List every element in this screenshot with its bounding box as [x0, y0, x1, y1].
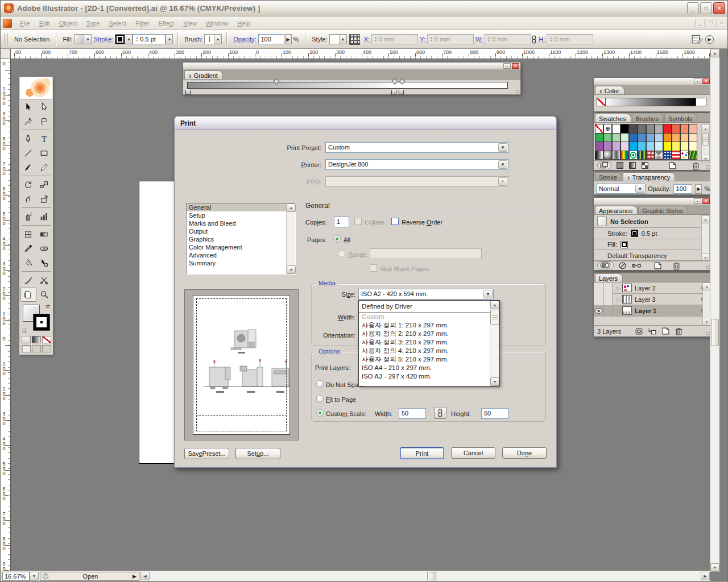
swatch[interactable] — [680, 142, 689, 151]
close-icon[interactable]: ✕ — [702, 78, 710, 84]
dropdown-item[interactable]: ISO A3 - 297 x 420 mm. — [359, 372, 490, 381]
maximize-button[interactable]: □ — [700, 2, 712, 14]
swatches-scrollbar[interactable]: ▲ ▼ — [701, 124, 710, 163]
show-all-swatches-button[interactable] — [597, 161, 611, 169]
dropdown-item[interactable]: 사용자 정의 5: 210 x 297 mm. — [359, 355, 490, 364]
default-fill-stroke-icon[interactable]: ❏ — [22, 328, 26, 333]
tool-scissors[interactable] — [36, 273, 52, 288]
tab-transparency[interactable]: ⇕Transparency — [623, 172, 676, 181]
dropdown-item[interactable]: Defined by Driver — [359, 301, 490, 312]
tool-live-paint-selection[interactable] — [36, 256, 52, 270]
copies-field[interactable]: 1 — [334, 217, 349, 227]
dropdown-item[interactable]: ISO A4 - 210 x 297 mm. — [359, 364, 490, 372]
scroll-up-icon[interactable]: ▲ — [702, 216, 709, 223]
tool-zoom[interactable] — [36, 288, 52, 302]
print-preview[interactable] — [184, 289, 299, 440]
layer-row-layer-1[interactable]: ▷Layer 1 — [594, 305, 711, 317]
vertical-ruler[interactable]: 01 0 0 09 0 08 0 07 0 06 0 05 0 04 0 03 … — [1, 59, 11, 571]
printer-combobox[interactable]: DesignJet 800▼ — [325, 159, 508, 170]
swatch[interactable] — [672, 142, 680, 151]
close-button[interactable]: ✕ — [713, 2, 725, 14]
horizontal-scrollbar[interactable]: ◀ ▶ — [140, 571, 710, 581]
menu-file[interactable]: File — [15, 18, 35, 28]
brush-dropdown[interactable]: | ▼ — [204, 34, 222, 44]
close-icon[interactable]: ✕ — [512, 63, 519, 69]
swatch[interactable] — [595, 124, 603, 134]
chevron-down-icon[interactable]: ▼ — [214, 35, 221, 44]
panel-titlebar[interactable]: – ✕ — [594, 198, 711, 205]
opacity-field[interactable]: 100 — [673, 184, 693, 194]
minimize-icon[interactable]: – — [694, 78, 701, 84]
link-dimensions-icon[interactable] — [531, 35, 537, 44]
swatch[interactable] — [612, 124, 621, 134]
duplicate-button[interactable] — [653, 261, 662, 270]
scroll-up-icon[interactable]: ▲ — [490, 301, 499, 309]
screen-mode-full-menu-button[interactable] — [32, 345, 41, 352]
scroll-right-icon[interactable]: ▶ — [701, 572, 710, 580]
visibility-toggle[interactable] — [594, 294, 603, 305]
swatch[interactable] — [638, 133, 646, 143]
tool-gradient[interactable] — [36, 227, 52, 242]
swatch[interactable] — [612, 133, 621, 143]
section-marks-and-bleed[interactable]: Marks and Bleed — [187, 219, 295, 227]
lock-toggle[interactable] — [603, 305, 613, 317]
dropdown-item[interactable]: 사용자 정의 3: 210 x 297 mm. — [359, 338, 490, 347]
dropdown-item[interactable]: 사용자 정의 1: 210 x 297 mm. — [359, 321, 490, 330]
tool-magic-wand[interactable] — [20, 114, 36, 128]
section-advanced[interactable]: Advanced — [187, 251, 295, 259]
save-preset-button[interactable]: Save Preset... — [184, 448, 229, 459]
swatch[interactable]: ⊕ — [603, 124, 612, 134]
appearance-row-stroke[interactable]: Stroke: 0.5 pt — [594, 228, 703, 239]
swatch[interactable] — [612, 151, 621, 160]
cancel-button[interactable]: Cancel — [451, 447, 495, 459]
swatch[interactable] — [612, 142, 621, 151]
status-well[interactable]: Open ▶ — [40, 572, 139, 581]
gradient-stop-icon[interactable] — [391, 89, 396, 95]
none-button[interactable] — [42, 336, 51, 343]
scroll-down-icon[interactable]: ▼ — [490, 377, 499, 386]
preset-combobox[interactable]: Custom▼ — [325, 142, 508, 153]
close-icon[interactable]: ✕ — [702, 198, 710, 204]
show-pattern-swatches-button[interactable] — [641, 161, 649, 169]
vertical-scrollbar[interactable]: ▲ ▼ — [710, 49, 719, 572]
clear-appearance-button[interactable] — [618, 261, 627, 270]
new-swatch-button[interactable] — [668, 161, 677, 170]
visibility-toggle[interactable] — [594, 305, 603, 317]
show-color-swatches-button[interactable] — [616, 161, 624, 169]
swatch[interactable] — [621, 142, 629, 151]
menu-help[interactable]: Help — [233, 18, 255, 28]
tool-selection[interactable] — [20, 100, 36, 114]
minimize-button[interactable]: _ — [687, 2, 699, 14]
delete-layer-button[interactable] — [675, 327, 683, 335]
reverse-order-checkbox[interactable] — [391, 218, 399, 225]
chevron-down-icon[interactable]: ▼ — [84, 35, 91, 44]
show-gradient-swatches-button[interactable] — [628, 161, 636, 169]
scrollbar-thumb[interactable] — [427, 572, 436, 580]
stepper-icon[interactable]: ▲▼ — [135, 36, 138, 42]
tool-pencil[interactable] — [36, 160, 52, 174]
swatch[interactable] — [603, 133, 612, 143]
menu-edit[interactable]: Edit — [35, 18, 55, 28]
minimize-icon[interactable]: – — [503, 63, 511, 69]
screen-mode-full-button[interactable] — [42, 345, 51, 352]
stroke-link[interactable]: Stroke: — [93, 36, 113, 43]
scroll-left-icon[interactable]: ◀ — [140, 572, 150, 580]
tool-blend[interactable] — [36, 242, 52, 256]
print-dialog-titlebar[interactable]: Print — [175, 117, 556, 130]
swatch[interactable] — [621, 133, 629, 143]
scrollbar-thumb[interactable] — [711, 319, 719, 346]
appearance-row-fill[interactable]: Fill: — [594, 239, 703, 250]
swatch[interactable] — [680, 124, 689, 134]
tool-type[interactable]: T — [36, 132, 52, 146]
ruler-origin[interactable] — [1, 49, 11, 59]
stroke-proxy[interactable] — [33, 314, 50, 331]
lock-toggle[interactable] — [603, 282, 613, 294]
swatch[interactable] — [663, 142, 672, 151]
tab-gradient[interactable]: ⇕Gradient — [184, 70, 223, 79]
x-field[interactable]: ▲▼0 mm — [371, 34, 418, 44]
tab-swatches[interactable]: Swatches — [595, 114, 631, 122]
fit-to-page-radio[interactable] — [316, 395, 324, 402]
tool-free-transform[interactable] — [36, 192, 52, 206]
layer-row-layer-3[interactable]: ▷Layer 3 — [594, 294, 711, 305]
scroll-up-icon[interactable]: ▲ — [710, 49, 719, 57]
